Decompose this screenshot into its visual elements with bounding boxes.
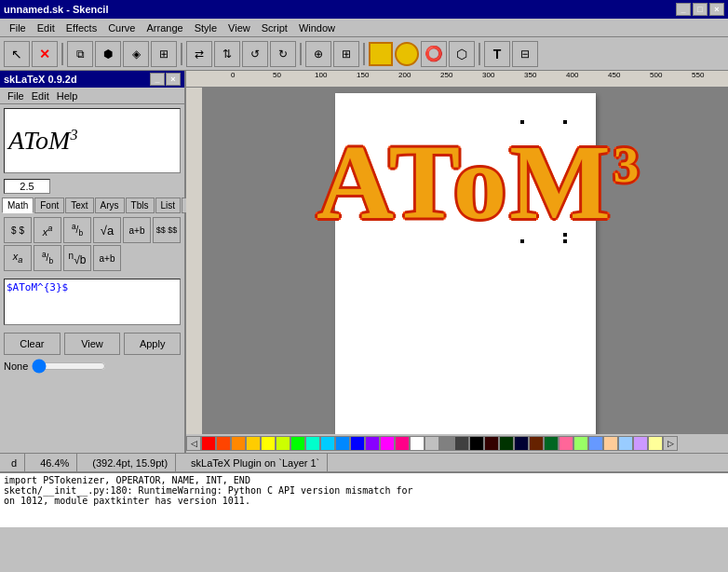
color-lavender[interactable]	[633, 436, 648, 451]
color-gray[interactable]	[439, 436, 454, 451]
apply-btn[interactable]: Apply	[124, 333, 181, 355]
horizontal-ruler: 0 50 100 150 200 250 300 350 400 450 500…	[186, 71, 728, 88]
maximize-btn[interactable]: □	[693, 3, 708, 16]
color-blue[interactable]	[335, 436, 350, 451]
menu-style[interactable]: Style	[189, 20, 222, 35]
vertical-ruler	[186, 88, 203, 453]
menu-file[interactable]: File	[4, 20, 32, 35]
color-rose[interactable]	[559, 436, 573, 451]
color-light-blue[interactable]	[320, 436, 335, 451]
menu-view[interactable]: View	[222, 20, 256, 35]
status-bar: d 46.4% (392.4pt, 15.9pt) skLaTeX Plugin…	[0, 453, 728, 471]
none-slider[interactable]	[32, 361, 106, 372]
color-dark-red[interactable]	[484, 436, 499, 451]
sym-aplus[interactable]: a+b	[123, 217, 151, 243]
tool-zoom-out[interactable]: ⊞	[333, 41, 359, 67]
tool-extra[interactable]: ⊟	[512, 41, 538, 67]
clear-btn[interactable]: Clear	[4, 333, 61, 355]
tool-star[interactable]: ⭕	[421, 41, 447, 67]
sym-frac2[interactable]: a/b	[34, 245, 61, 271]
tool-ungroup[interactable]: ⊞	[151, 41, 177, 67]
sym-nthroot[interactable]: n√b	[63, 245, 91, 271]
color-magenta[interactable]	[380, 436, 395, 451]
tool-flip-v[interactable]: ⇅	[214, 41, 240, 67]
sym-xsub[interactable]: xa	[4, 245, 32, 271]
color-white[interactable]	[410, 436, 425, 451]
view-btn[interactable]: View	[64, 333, 121, 355]
color-dark-green[interactable]	[499, 436, 514, 451]
tab-math[interactable]: Math	[2, 197, 34, 213]
menu-curve[interactable]: Curve	[102, 20, 141, 35]
palette-right-arrow[interactable]: ▷	[663, 436, 678, 451]
scale-input[interactable]	[4, 179, 50, 194]
sym-xsup[interactable]: xa	[34, 217, 61, 243]
color-light-gray[interactable]	[425, 436, 439, 451]
menu-script[interactable]: Script	[256, 20, 293, 35]
color-orange-red[interactable]	[216, 436, 231, 451]
tool-arrow[interactable]: ↖	[4, 41, 30, 67]
tool-text[interactable]: T	[484, 41, 510, 67]
tool-flip-h[interactable]: ⇄	[186, 41, 212, 67]
latex-menu-edit[interactable]: Edit	[28, 89, 53, 102]
tab-text[interactable]: Text	[65, 197, 93, 213]
minimize-btn[interactable]: _	[676, 3, 691, 16]
color-forest-green[interactable]	[544, 436, 559, 451]
tool-polygon[interactable]: ⬡	[449, 41, 475, 67]
tool-zoom-in[interactable]: ⊕	[305, 41, 331, 67]
color-dark-gray[interactable]	[454, 436, 469, 451]
none-label: None	[4, 361, 28, 372]
color-dark-blue[interactable]	[514, 436, 529, 451]
menu-edit[interactable]: Edit	[32, 20, 61, 35]
color-purple[interactable]	[365, 436, 380, 451]
latex-close[interactable]: ×	[166, 73, 181, 86]
color-yellow-green[interactable]	[276, 436, 290, 451]
tab-arys[interactable]: Arys	[95, 197, 125, 213]
color-black[interactable]	[469, 436, 484, 451]
drawing-page[interactable]: AToM3	[335, 93, 596, 447]
sym-sqrt[interactable]: √a	[93, 217, 121, 243]
color-orange[interactable]	[231, 436, 246, 451]
color-lime[interactable]	[573, 436, 588, 451]
palette-left-arrow[interactable]: ◁	[186, 436, 201, 451]
tab-tbls[interactable]: Tbls	[126, 197, 155, 213]
color-peach[interactable]	[603, 436, 618, 451]
tool-group[interactable]: ◈	[123, 41, 149, 67]
tool-circle[interactable]	[395, 42, 419, 66]
color-deep-blue[interactable]	[350, 436, 365, 451]
color-brown[interactable]	[529, 436, 544, 451]
tool-select[interactable]: ✕	[32, 41, 58, 67]
color-sky[interactable]	[618, 436, 633, 451]
console-area: import PSTokenizer, OPERATOR, NAME, INT,…	[0, 471, 728, 527]
tool-copy[interactable]: ⧉	[67, 41, 93, 67]
color-yellow[interactable]	[261, 436, 276, 451]
tool-rotate-l[interactable]: ↺	[242, 41, 268, 67]
menu-arrange[interactable]: Arrange	[141, 20, 188, 35]
canvas-area[interactable]: 0 50 100 150 200 250 300 350 400 450 500…	[186, 71, 728, 453]
tab-font[interactable]: Font	[34, 197, 64, 213]
tool-paste[interactable]: ⬢	[95, 41, 121, 67]
color-cyan-green[interactable]	[305, 436, 320, 451]
close-btn[interactable]: ×	[709, 3, 724, 16]
menu-effects[interactable]: Effects	[61, 20, 102, 35]
color-yellow-orange[interactable]	[246, 436, 261, 451]
latex-menu-help[interactable]: Help	[53, 89, 82, 102]
sym-display-math[interactable]: $$ $$	[153, 217, 181, 243]
left-panel: skLaTeX 0.9.2d _ × File Edit Help AToM3 …	[0, 71, 186, 453]
sym-inline-math[interactable]: $ $	[4, 217, 32, 243]
tool-rotate-r[interactable]: ↻	[270, 41, 296, 67]
latex-minimize[interactable]: _	[150, 73, 165, 86]
sym-aplus2[interactable]: a+b	[93, 245, 121, 271]
menu-window[interactable]: Window	[293, 20, 341, 35]
tool-rect[interactable]	[369, 42, 393, 66]
color-red[interactable]	[201, 436, 216, 451]
color-periwinkle[interactable]	[588, 436, 603, 451]
menu-bar: File Edit Effects Curve Arrange Style Vi…	[0, 19, 728, 37]
sym-frac[interactable]: a/b	[63, 217, 91, 243]
color-green[interactable]	[290, 436, 305, 451]
latex-menu-file[interactable]: File	[4, 89, 28, 102]
tab-list[interactable]: List	[155, 197, 182, 213]
latex-title: skLaTeX 0.9.2d _ ×	[0, 71, 184, 88]
color-pink[interactable]	[395, 436, 410, 451]
color-cream[interactable]	[648, 436, 663, 451]
latex-input[interactable]: $AToM^{3}$	[7, 281, 178, 322]
